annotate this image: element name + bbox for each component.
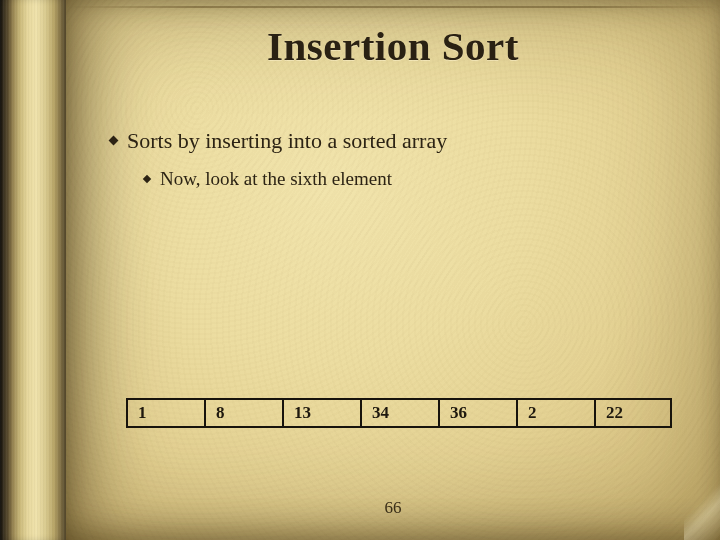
diamond-icon	[109, 136, 119, 146]
array-cell: 36	[438, 398, 516, 428]
array-cell: 13	[282, 398, 360, 428]
page-number: 66	[66, 498, 720, 518]
array-row: 1 8 13 34 36 2 22	[126, 398, 672, 428]
bullet-level-2: Now, look at the sixth element	[144, 168, 447, 190]
bullet-level-1: Sorts by inserting into a sorted array	[110, 128, 447, 154]
slide-page: Insertion Sort Sorts by inserting into a…	[66, 0, 720, 540]
array-cell: 34	[360, 398, 438, 428]
book-spine	[0, 0, 66, 540]
array-cell: 1	[126, 398, 204, 428]
top-rule	[66, 6, 720, 8]
slide-stage: Insertion Sort Sorts by inserting into a…	[0, 0, 720, 540]
bullet-list: Sorts by inserting into a sorted array N…	[110, 128, 447, 190]
bullet-main-text: Sorts by inserting into a sorted array	[127, 128, 447, 154]
array-cell: 8	[204, 398, 282, 428]
array-cell: 2	[516, 398, 594, 428]
bullet-sub-text: Now, look at the sixth element	[160, 168, 392, 190]
diamond-icon	[143, 175, 151, 183]
slide-title: Insertion Sort	[66, 22, 720, 70]
array-cell: 22	[594, 398, 672, 428]
